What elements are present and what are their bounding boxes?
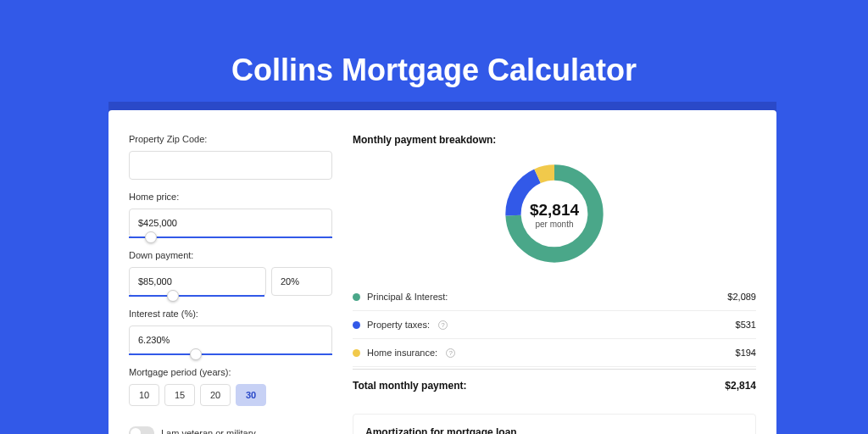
interest-input[interactable]	[129, 326, 332, 354]
period-options: 10 15 20 30	[129, 384, 332, 406]
donut-amount: $2,814	[530, 201, 579, 220]
donut-chart: $2,814 per month	[353, 146, 756, 283]
legend-value: $531	[736, 320, 756, 330]
home-price-slider[interactable]	[129, 236, 332, 238]
total-value: $2,814	[725, 380, 756, 392]
down-payment-pct-input[interactable]	[271, 267, 332, 296]
home-price-label: Home price:	[129, 192, 332, 202]
interest-label: Interest rate (%):	[129, 309, 332, 319]
page-title: Collins Mortgage Calculator	[0, 0, 868, 88]
slider-thumb[interactable]	[145, 231, 157, 243]
donut-center: $2,814 per month	[530, 201, 579, 229]
zip-input[interactable]	[129, 151, 332, 180]
help-icon[interactable]: ?	[446, 348, 455, 358]
legend-label: Principal & Interest:	[367, 292, 448, 302]
donut-sub: per month	[530, 220, 579, 229]
period-btn-30[interactable]: 30	[236, 384, 266, 406]
period-label: Mortgage period (years):	[129, 367, 332, 377]
legend-dot	[353, 349, 360, 357]
period-btn-15[interactable]: 15	[164, 384, 195, 406]
input-panel: Property Zip Code: Home price: Down paym…	[129, 134, 332, 434]
amortization-box: Amortization for mortgage loan Amortizat…	[353, 414, 756, 434]
help-icon[interactable]: ?	[438, 320, 448, 330]
period-btn-20[interactable]: 20	[200, 384, 231, 406]
total-label: Total monthly payment:	[353, 380, 466, 392]
legend-value: $2,089	[727, 292, 756, 302]
veteran-label: I am veteran or military	[161, 428, 256, 434]
slider-thumb[interactable]	[167, 290, 179, 302]
down-payment-input[interactable]	[129, 267, 266, 296]
breakdown-panel: Monthly payment breakdown: $2,814 per mo…	[353, 134, 756, 434]
slider-thumb[interactable]	[190, 348, 202, 360]
legend-row-taxes: Property taxes: ? $531	[353, 311, 756, 339]
legend-row-insurance: Home insurance: ? $194	[353, 339, 756, 367]
legend-value: $194	[736, 348, 756, 358]
amortization-title: Amortization for mortgage loan	[365, 426, 743, 434]
legend-dot	[353, 321, 360, 329]
total-row: Total monthly payment: $2,814	[353, 369, 756, 402]
interest-slider[interactable]	[129, 353, 332, 355]
down-payment-slider[interactable]	[129, 295, 264, 297]
home-price-input[interactable]	[129, 209, 332, 237]
calculator-card: Property Zip Code: Home price: Down paym…	[108, 110, 776, 434]
veteran-toggle[interactable]	[129, 426, 154, 434]
down-payment-label: Down payment:	[129, 250, 332, 260]
period-btn-10[interactable]: 10	[129, 384, 159, 406]
legend-label: Home insurance:	[367, 348, 437, 358]
legend-row-principal: Principal & Interest: $2,089	[353, 283, 756, 311]
breakdown-title: Monthly payment breakdown:	[353, 134, 756, 146]
legend-label: Property taxes:	[367, 320, 430, 330]
zip-label: Property Zip Code:	[129, 134, 332, 144]
legend-dot	[353, 293, 360, 301]
